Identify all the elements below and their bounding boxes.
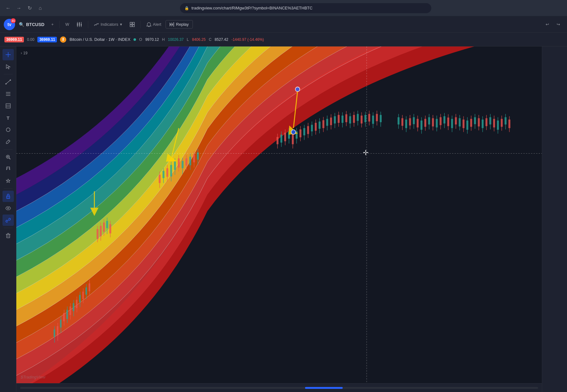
svg-rect-178	[486, 118, 488, 126]
svg-point-19	[5, 83, 7, 84]
svg-rect-60	[170, 165, 172, 177]
timeframe-button[interactable]: W	[62, 19, 72, 30]
scrollbar-thumb[interactable]	[305, 387, 343, 389]
svg-rect-204	[73, 303, 74, 311]
home-button[interactable]: ⌂	[36, 4, 45, 13]
close-value: 8527.42	[215, 37, 228, 42]
svg-rect-58	[166, 168, 168, 177]
low-label: L	[187, 37, 189, 42]
svg-rect-152	[436, 119, 438, 127]
svg-rect-148	[428, 117, 430, 124]
high-label: H	[162, 37, 165, 42]
pointer-icon	[6, 64, 11, 69]
svg-rect-212	[85, 287, 87, 295]
sidebar-tool-brush[interactable]	[3, 136, 14, 147]
svg-rect-122	[364, 115, 366, 122]
undo-button[interactable]: ↩	[542, 19, 552, 30]
sidebar-tool-eye[interactable]	[3, 203, 14, 214]
open-label: O	[139, 37, 142, 42]
svg-rect-158	[447, 117, 449, 126]
svg-rect-56	[162, 171, 164, 178]
svg-rect-64	[178, 158, 180, 167]
svg-rect-206	[76, 300, 78, 308]
svg-rect-154	[440, 117, 442, 125]
svg-rect-54	[159, 175, 161, 183]
add-symbol-button[interactable]: +	[48, 19, 57, 30]
svg-rect-186	[501, 119, 503, 127]
sidebar-tool-multi-line[interactable]	[3, 88, 14, 100]
time-scale[interactable]	[16, 383, 542, 392]
svg-rect-164	[459, 118, 461, 126]
sidebar-tool-zoom[interactable]	[3, 151, 14, 163]
sidebar-tool-pointer[interactable]	[3, 61, 14, 72]
sidebar-tool-crosshair[interactable]	[3, 49, 14, 60]
svg-rect-162	[455, 117, 457, 124]
chart-info-bar: 36969.11 0.00 36969.11 ₿ Bitcoin / U.S. …	[0, 33, 567, 46]
svg-marker-13	[170, 22, 171, 27]
alert-label: Alert	[153, 22, 161, 27]
svg-rect-172	[474, 117, 476, 124]
watermark: $TradingView	[21, 375, 45, 379]
svg-rect-184	[497, 121, 499, 130]
scrollbar-track[interactable]	[20, 387, 538, 389]
price-scale	[542, 46, 567, 392]
svg-text:✛: ✛	[363, 148, 369, 156]
divider-3	[140, 21, 141, 28]
forward-button[interactable]: →	[14, 4, 23, 13]
svg-rect-168	[466, 121, 468, 130]
sidebar-tool-favorites[interactable]	[3, 175, 14, 187]
svg-rect-192	[54, 329, 55, 337]
sidebar-tool-circle[interactable]	[3, 124, 14, 135]
address-bar[interactable]: 🔒 tradingview.com/chart/RiMgw3tP/?symbol…	[180, 3, 431, 13]
chart-type-button[interactable]	[74, 19, 85, 30]
symbol-selector[interactable]: 🔍 BTCUSD	[16, 21, 47, 28]
svg-line-30	[9, 158, 10, 159]
svg-rect-146	[424, 119, 426, 127]
svg-rect-144	[421, 121, 423, 130]
back-button[interactable]: ←	[4, 4, 13, 13]
price-tag-right: 36969.11	[37, 37, 57, 42]
svg-rect-48	[103, 222, 105, 231]
sidebar-tool-fib[interactable]	[3, 100, 14, 112]
svg-line-18	[6, 80, 10, 84]
svg-rect-11	[130, 25, 132, 27]
chart-area[interactable]: ✛ › 19 $TradingView	[16, 46, 542, 392]
svg-rect-100	[322, 120, 324, 128]
price-neutral: 0.00	[27, 37, 34, 42]
tv-logo[interactable]: tv 21	[4, 19, 15, 30]
svg-rect-210	[82, 291, 84, 299]
sidebar-tool-trash[interactable]	[3, 230, 14, 241]
sidebar-tool-text[interactable]: T	[3, 112, 14, 123]
divider-2	[88, 21, 88, 28]
indicator-label: › 19	[21, 51, 27, 55]
sidebar-tool-magnet[interactable]	[3, 163, 14, 175]
refresh-button[interactable]: ↻	[25, 4, 34, 13]
svg-rect-140	[413, 117, 415, 124]
indicators-button[interactable]: Indicators ▾	[91, 19, 125, 30]
sidebar-tool-link-active[interactable]	[3, 215, 14, 226]
svg-rect-194	[57, 326, 58, 335]
watermark-text: $TradingView	[21, 375, 45, 379]
svg-rect-166	[463, 120, 465, 128]
svg-point-36	[7, 208, 9, 209]
layout-button[interactable]	[127, 19, 138, 30]
redo-button[interactable]: ↪	[553, 19, 563, 30]
svg-rect-128	[376, 114, 378, 121]
svg-rect-108	[338, 115, 340, 123]
replay-label: Replay	[176, 22, 188, 27]
notification-badge: 21	[11, 18, 16, 23]
svg-marker-14	[172, 22, 173, 27]
browser-bar: ← → ↻ ⌂ 🔒 tradingview.com/chart/RiMgw3tP…	[0, 0, 567, 16]
tv-toolbar: tv 21 🔍 BTCUSD + W Indicators ▾	[0, 16, 567, 33]
sidebar-tool-trend-line[interactable]	[3, 76, 14, 88]
svg-rect-102	[326, 119, 328, 126]
sidebar-tool-lock-active[interactable]	[3, 191, 14, 202]
divider-1	[59, 21, 60, 28]
replay-button[interactable]: Replay	[166, 20, 193, 29]
open-value: 9970.12	[145, 37, 159, 42]
price-tag-left: 36969.11	[4, 37, 24, 42]
svg-rect-78	[281, 135, 282, 143]
alert-button[interactable]: Alert	[143, 19, 165, 30]
close-label: C	[209, 37, 212, 42]
svg-rect-70	[189, 157, 191, 165]
